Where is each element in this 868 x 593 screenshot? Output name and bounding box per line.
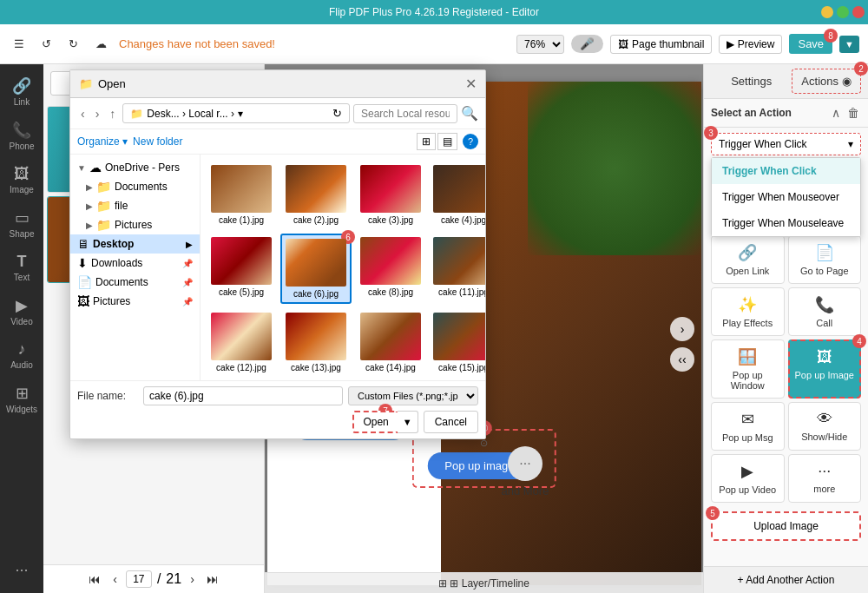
grid-view-button[interactable]: ⊞ [417, 133, 436, 150]
popup-window-icon: 🪟 [738, 347, 757, 366]
tree-item-documents[interactable]: ▶ 📁 Documents [70, 177, 200, 196]
file-item[interactable]: cake (4).jpg [430, 161, 485, 228]
zoom-select[interactable]: 76% [516, 35, 564, 54]
back-button[interactable]: ‹ [77, 105, 89, 122]
preview-button[interactable]: ▶ Preview [719, 35, 782, 54]
forward-button[interactable]: › [92, 105, 103, 122]
page-thumbnail-button[interactable]: 🖼 Page thumbnail [610, 35, 712, 54]
selected-indicator: ▶ [186, 240, 193, 249]
action-grid: 🔗 Open Link 📄 Go to Page ✨ Play Effects … [704, 230, 868, 508]
dialog-search-input[interactable] [353, 104, 457, 123]
sidebar-item-label: Shape [10, 229, 35, 239]
file-thumbnail [211, 313, 272, 360]
sidebar-item-link[interactable]: 🔗 Link [3, 71, 41, 112]
sidebar-item-widgets[interactable]: ⊞ Widgets [3, 379, 41, 419]
file-item[interactable]: cake (12).jpg [207, 309, 275, 376]
prev-page-button[interactable]: ‹ [109, 570, 121, 588]
dialog-close-button[interactable]: ✕ [465, 76, 477, 92]
trigger-option-mouseleave[interactable]: Trigger When Mouseleave [712, 210, 860, 236]
file-item[interactable]: cake (14).jpg [357, 309, 424, 376]
tree-item-onedrive[interactable]: ▼ ☁ OneDrive - Pers [70, 158, 200, 177]
file-item[interactable]: cake (1).jpg [207, 161, 275, 228]
sidebar-item-audio[interactable]: ♪ Audio [3, 335, 41, 375]
refresh-button[interactable]: ↻ [332, 107, 342, 120]
new-folder-button[interactable]: New folder [133, 135, 182, 148]
action-call[interactable]: 📞 Call [788, 287, 862, 336]
settings-tab[interactable]: Settings [711, 68, 792, 95]
minimize-button[interactable] [821, 6, 833, 18]
cancel-button[interactable]: Cancel [424, 411, 478, 433]
first-page-button[interactable]: ⏮ [85, 570, 104, 588]
layer-timeline-button[interactable]: ⊞ ⊞ Layer/Timeline [438, 577, 529, 590]
and-more-icon[interactable]: ··· [508, 446, 542, 481]
menu-button[interactable]: ☰ [9, 34, 30, 54]
open-button[interactable]: Open [352, 411, 397, 433]
close-button[interactable] [852, 6, 865, 18]
upload-image-button[interactable]: 5 Upload Image [711, 511, 861, 541]
file-thumbnail [286, 239, 346, 287]
action-popup-image[interactable]: 4 🖼 Pop up Image [788, 339, 862, 399]
actions-tab[interactable]: Actions ◉ [792, 69, 861, 94]
filename-input[interactable] [143, 386, 343, 405]
canvas-next-arrow[interactable]: › [670, 317, 694, 341]
sidebar-item-phone[interactable]: 📞 Phone [3, 115, 41, 156]
filetype-select[interactable]: Custom Files (*.png;*.jpg;*.gif;*. [348, 386, 478, 405]
tree-item-downloads[interactable]: ⬇ Downloads 📌 [70, 254, 200, 273]
delete-action-button[interactable]: 🗑 [845, 104, 861, 122]
widgets-icon: ⊞ [16, 384, 29, 403]
trigger-option-click[interactable]: Trigger When Click [712, 158, 860, 184]
file-item[interactable]: cake (2).jpg [280, 161, 352, 228]
action-more[interactable]: ··· more [788, 454, 862, 503]
search-icon: 🔍 [461, 105, 478, 122]
cloud-button[interactable]: ☁ [90, 34, 112, 54]
sidebar-item-text[interactable]: T Text [3, 247, 41, 287]
tree-item-documents2[interactable]: 📄 Documents 📌 [70, 273, 200, 292]
sidebar-item-video[interactable]: ▶ Video [3, 291, 41, 332]
up-button[interactable]: ↑ [106, 105, 119, 122]
tree-item-pictures[interactable]: ▶ 📁 Pictures [70, 215, 200, 234]
file-item[interactable]: cake (3).jpg [357, 161, 424, 228]
open-dropdown-button[interactable]: ▼ [398, 411, 418, 433]
file-item[interactable]: cake (13).jpg [280, 309, 352, 376]
last-page-button[interactable]: ⏭ [203, 570, 222, 588]
file-item[interactable]: cake (5).jpg [207, 234, 275, 304]
file-item[interactable]: cake (15).jpg [430, 309, 485, 376]
sidebar-item-image[interactable]: 🖼 Image [3, 160, 41, 200]
canvas-prev-arrow[interactable]: ‹‹ [670, 347, 694, 372]
save-dropdown-button[interactable]: ▼ [839, 36, 859, 53]
action-play-effects[interactable]: ✨ Play Effects [711, 287, 785, 336]
dialog-nav: ‹ › ↑ 📁 Desk... › Local r... › ▾ ↻ 🔍 [70, 98, 485, 129]
collapse-actions-button[interactable]: ∧ [830, 104, 842, 122]
maximize-button[interactable] [837, 6, 849, 18]
list-view-button[interactable]: ▤ [437, 133, 457, 150]
chevron-down-icon: ▾ [122, 135, 128, 148]
tree-item-file[interactable]: ▶ 📁 file [70, 196, 200, 215]
action-popup-video[interactable]: ▶ Pop up Video [711, 454, 785, 503]
help-button[interactable]: ? [463, 134, 478, 149]
organize-button[interactable]: Organize ▾ [77, 135, 128, 148]
save-area: Save 8 [789, 34, 832, 54]
action-popup-window[interactable]: 🪟 Pop up Window [711, 339, 785, 399]
more-icon[interactable]: ··· [8, 554, 35, 586]
file-item-selected[interactable]: 6 cake (6).jpg [280, 234, 352, 304]
call-icon: 📞 [815, 295, 834, 314]
trigger-option-mouseover[interactable]: Trigger When Mouseover [712, 184, 860, 210]
tree-item-desktop[interactable]: 🖥 Desktop ▶ [70, 234, 200, 254]
undo-button[interactable]: ↺ [36, 34, 56, 54]
file-item[interactable]: cake (8).jpg [357, 234, 424, 304]
trigger-select-button[interactable]: Trigger When Click ▾ [711, 133, 861, 155]
next-page-button[interactable]: › [187, 570, 198, 588]
action-open-link[interactable]: 🔗 Open Link [711, 235, 785, 284]
action-show-hide[interactable]: 👁 Show/Hide [788, 402, 862, 451]
sidebar-item-shape[interactable]: ▭ Shape [3, 203, 41, 244]
action-go-to-page[interactable]: 📄 Go to Page [788, 235, 862, 284]
select-action-title: Select an Action [711, 107, 792, 119]
redo-button[interactable]: ↻ [63, 34, 83, 54]
file-item[interactable]: cake (11).jpg [430, 234, 485, 304]
action-popup-msg[interactable]: ✉ Pop up Msg [711, 402, 785, 451]
page-number-input[interactable] [126, 570, 152, 588]
add-another-action-button[interactable]: + Add Another Action [704, 566, 868, 593]
folder-icon: 📁 [79, 77, 93, 90]
tree-item-pictures2[interactable]: 🖼 Pictures 📌 [70, 292, 200, 311]
mic-button[interactable]: 🎤 [571, 35, 603, 53]
